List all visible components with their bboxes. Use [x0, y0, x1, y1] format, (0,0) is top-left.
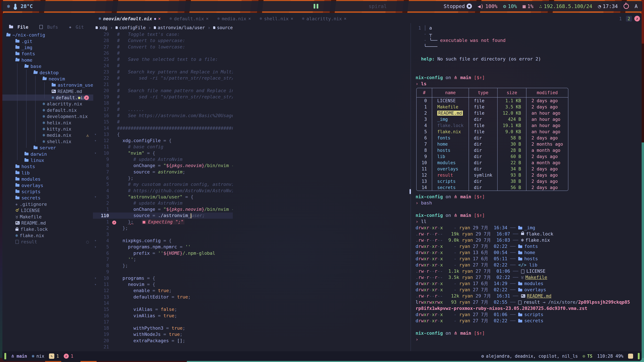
clock-widget[interactable]: ◔ 17:34	[598, 3, 618, 9]
tree-item-README.md[interactable]: M↓README.md	[2, 220, 93, 226]
tree-item-development.nix[interactable]: ❄development.nix	[2, 113, 93, 119]
code-editor[interactable]: 29# Toggle text's case: `~`28# Convert t…	[93, 31, 233, 351]
tree-item-lib[interactable]: lib	[2, 170, 93, 176]
tree-item-shell.nix[interactable]: ❄shell.nix	[2, 138, 93, 145]
media-pause-icon[interactable]	[314, 4, 318, 8]
tree-item-server[interactable]: server	[2, 145, 93, 151]
tabpage-1[interactable]: 1	[617, 16, 623, 22]
token: =	[177, 244, 185, 249]
buffer-tab[interactable]: ❄alacritty.nix×	[298, 14, 351, 23]
git-branch-segment[interactable]: ⋔ main	[11, 354, 27, 359]
terminal-pane[interactable]: 1 │ a · ┬ · ╰── executable was not found…	[411, 23, 640, 351]
tree-item-hosts[interactable]: hosts	[2, 163, 93, 170]
code-line: 2 };	[93, 225, 233, 231]
filetype-segment: ❄ nix	[32, 354, 44, 359]
file-name: fonts	[437, 135, 450, 140]
text-line: # base config	[117, 144, 163, 149]
code-line: 7 source = astronvim;	[93, 169, 233, 175]
token: # update AstroNvim	[117, 157, 182, 162]
close-icon[interactable]: ✗	[84, 95, 89, 100]
token: ryan	[459, 287, 470, 292]
tree-item-.gitignore[interactable]: ◈.gitignore	[2, 201, 93, 207]
token: r	[426, 250, 429, 255]
cpu-widget[interactable]: ⚙ 10%	[503, 3, 517, 9]
text-line: xdg.configFile = {	[117, 138, 172, 143]
close-icon[interactable]: ✗	[634, 16, 640, 21]
token: nixpkgs.config	[117, 238, 161, 243]
lsp-segment[interactable]: ⚙ alejandra, deadnix, copilot, nil_ls	[481, 354, 578, 359]
network-widget[interactable]: ∴ 192.168.5.100/24	[539, 3, 592, 9]
volume-widget[interactable]: ◀) 100%	[478, 3, 498, 9]
tree-item-.git[interactable]: .git	[2, 38, 93, 44]
tree-item-kitty.nix[interactable]: ❄kitty.nix	[2, 126, 93, 132]
token: x	[432, 256, 435, 261]
buffer-tab[interactable]: ❄neovim/default.nix●×	[94, 14, 165, 23]
buffer-tab[interactable]: ❄media.nix×	[213, 14, 255, 23]
tree-item-label: astronvim_user	[58, 82, 93, 88]
token: }	[202, 163, 204, 168]
tree-item-scripts[interactable]: scripts	[2, 189, 93, 195]
tree-item-flake.nix[interactable]: ❄flake.nix	[2, 232, 93, 239]
stopped-widget[interactable]: Stopped	[444, 3, 472, 9]
sidebar-tab-git[interactable]: ◆Git	[69, 24, 84, 30]
close-icon[interactable]: ×	[248, 16, 251, 21]
sidebar-tab-file[interactable]: File	[9, 24, 28, 30]
token: --	[429, 231, 435, 237]
tree-item-secrets[interactable]: secrets	[2, 195, 93, 201]
tree-item-linux[interactable]: linux	[2, 157, 93, 163]
scrollbar-thumb[interactable]	[410, 189, 411, 194]
tree-item-Makefile[interactable]: ♉Makefile	[2, 214, 93, 220]
breadcrumb-item[interactable]: xdg	[96, 25, 107, 30]
close-icon[interactable]: ×	[158, 16, 161, 21]
tree-item-_img[interactable]: _img	[2, 44, 93, 51]
statusline-right: ⚙ alejandra, deadnix, copilot, nil_ls ⊙ …	[481, 353, 640, 359]
tree-item-darwin[interactable]: darwin	[2, 151, 93, 157]
tree-item-neovim[interactable]: neovim	[2, 76, 93, 82]
tree-item-fonts[interactable]: fonts	[2, 51, 93, 57]
tree-item-overlays[interactable]: overlays	[2, 182, 93, 188]
temperature[interactable]: 28°C	[21, 3, 33, 9]
buffer-tab[interactable]: ❄shell.nix×	[255, 14, 298, 23]
tree-item-README.md[interactable]: M↓README.md	[2, 88, 93, 94]
tree-item-result[interactable]: result◌	[2, 239, 93, 245]
token: d	[416, 250, 418, 255]
tree-item-helix.nix[interactable]: ❄helix.nix	[2, 119, 93, 126]
tree-item-home[interactable]: home	[2, 57, 93, 63]
tree-item-LICENSE[interactable]: LICENSE	[2, 207, 93, 214]
token: on	[443, 75, 454, 80]
close-icon[interactable]: ×	[206, 16, 209, 21]
breadcrumb-item[interactable]: source	[213, 25, 233, 30]
tree-item-flake.lock[interactable]: flake.lock	[2, 226, 93, 232]
power-icon[interactable]	[624, 3, 629, 9]
tree-item-media.nix[interactable]: ❄media.nix⚠	[2, 132, 93, 138]
tree-item-alacritty.nix[interactable]: ❄alacritty.nix	[2, 101, 93, 107]
sidebar-tab-bufs[interactable]: Bufs	[40, 24, 58, 30]
token: r	[426, 287, 429, 292]
tree-item-astronvim_user[interactable]: astronvim_user	[2, 82, 93, 88]
close-icon[interactable]: ×	[344, 16, 346, 21]
buffer-tab[interactable]: ❄default.nix×	[165, 14, 213, 23]
token: =	[155, 163, 164, 168]
token: ########################################…	[117, 125, 233, 131]
line-number: 20	[98, 338, 111, 343]
token: d	[416, 256, 418, 261]
text-line: # Convert to uppercase: `U`	[117, 38, 233, 43]
code-line: ▾13{	[93, 131, 233, 137]
close-icon[interactable]: ×	[291, 16, 293, 21]
memory-widget[interactable]: ▦ 1%	[522, 3, 533, 9]
tree-item-~/nix-config[interactable]: ~/nix-config	[2, 32, 93, 38]
tree-item-default.nix[interactable]: ❄default.nix●✗	[2, 94, 93, 101]
text-line: # update AstroNvim	[117, 200, 182, 206]
media-title[interactable]: spiral	[368, 3, 387, 9]
tree-item-base[interactable]: base	[2, 63, 93, 69]
breadcrumb-item[interactable]: astronvim/lua/user	[154, 25, 205, 30]
line-number: 12	[98, 288, 111, 293]
error-count-segment[interactable]: ✗ 1	[64, 354, 74, 359]
token: ll	[421, 219, 427, 224]
tree-item-modules[interactable]: modules	[2, 176, 93, 182]
nixos-logo-icon[interactable]: ❄	[7, 3, 10, 9]
tree-item-default.nix[interactable]: ❄default.nix	[2, 107, 93, 113]
tree-item-desktop[interactable]: desktop	[2, 69, 93, 76]
tabpage-2[interactable]: 2	[626, 16, 632, 22]
breadcrumb-item[interactable]: configFile	[116, 25, 146, 30]
